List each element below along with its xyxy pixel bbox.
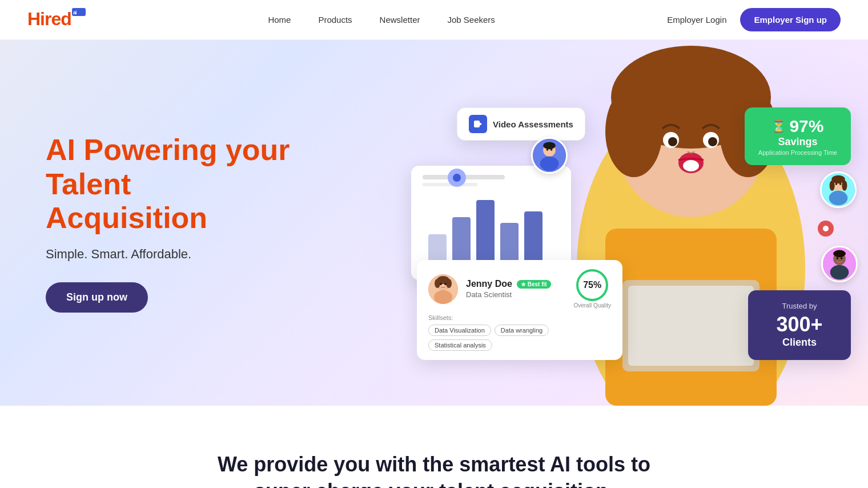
profile-avatar: [428, 274, 458, 304]
svg-point-27: [444, 283, 447, 285]
avatar-desk-lady: [820, 171, 857, 208]
signup-button[interactable]: Sign up now: [46, 282, 148, 313]
svg-text:Hired: Hired: [27, 9, 71, 29]
svg-point-16: [683, 160, 699, 171]
toggle-dot-inner: [453, 174, 461, 182]
video-assessments-label: Video Assessments: [493, 119, 573, 129]
svg-rect-17: [474, 121, 480, 127]
trusted-card: Trusted by 300+ Clients: [748, 290, 851, 360]
nav-newsletter[interactable]: Newsletter: [380, 15, 420, 25]
svg-point-41: [842, 181, 847, 191]
svg-point-46: [830, 265, 849, 279]
navbar: Hired ai Home Products Newsletter Job Se…: [0, 0, 868, 40]
svg-point-48: [833, 250, 846, 258]
trusted-label: Trusted by: [764, 302, 835, 310]
skill-tag-3: Statistical analysis: [428, 339, 492, 351]
nav-home[interactable]: Home: [268, 15, 291, 25]
svg-point-26: [440, 283, 442, 285]
profile-name: Jenny Doe ★ Best fit: [466, 279, 565, 289]
svg-point-14: [708, 137, 717, 146]
bar-chart: [423, 189, 548, 269]
svg-point-30: [540, 157, 559, 171]
svg-point-34: [550, 149, 553, 151]
hero-left-content: AI Powering your Talent Acquisition Simp…: [0, 99, 297, 347]
svg-point-6: [605, 86, 662, 177]
video-assessments-card: Video Assessments: [457, 107, 585, 141]
hero-heading-part1: AI Powering your: [46, 133, 290, 166]
profile-role: Data Scientist: [466, 290, 565, 299]
savings-sub: Application Processing Time: [758, 149, 837, 156]
logo-svg: Hired ai: [27, 6, 96, 30]
bottom-heading: We provide you with the smartest AI tool…: [206, 451, 662, 488]
svg-point-33: [546, 149, 549, 151]
svg-point-40: [830, 181, 835, 191]
employer-login-link[interactable]: Employer Login: [667, 15, 726, 25]
hero-subtext: Simple. Smart. Affordable.: [46, 247, 297, 262]
svg-marker-18: [480, 122, 482, 126]
quality-label: Overall Quality: [573, 302, 611, 309]
profile-quality: 75% Overall Quality: [573, 269, 611, 309]
svg-point-43: [839, 183, 842, 185]
chart-skeleton: [423, 175, 560, 186]
employer-signup-button[interactable]: Employer Sign up: [740, 8, 841, 31]
nav-products[interactable]: Products: [318, 15, 352, 25]
quality-circle: 75%: [576, 269, 608, 301]
profile-top: Jenny Doe ★ Best fit Data Scientist 75% …: [428, 269, 611, 309]
navbar-actions: Employer Login Employer Sign up: [667, 8, 841, 31]
trusted-count: 300+: [764, 313, 835, 337]
hero-heading-talent: Talent: [46, 167, 131, 201]
svg-point-37: [829, 191, 848, 205]
savings-label: Savings: [758, 136, 837, 148]
svg-text:ai: ai: [73, 10, 77, 15]
hourglass-icon: ⏳: [771, 119, 786, 133]
skillsets-label: Skillsets:: [428, 314, 611, 321]
best-fit-badge: ★ Best fit: [517, 280, 551, 289]
red-dot-inner: [823, 226, 829, 231]
svg-point-42: [835, 183, 838, 185]
svg-point-25: [446, 279, 452, 288]
savings-percent: ⏳ 97%: [758, 117, 837, 136]
profile-card: Jenny Doe ★ Best fit Data Scientist 75% …: [417, 260, 622, 360]
savings-card: ⏳ 97% Savings Application Processing Tim…: [745, 107, 851, 165]
svg-point-50: [841, 257, 843, 259]
logo[interactable]: Hired ai: [27, 6, 96, 34]
skill-tag-2: Data wrangling: [495, 325, 549, 336]
hero-section: AI Powering your Talent Acquisition Simp…: [0, 40, 868, 406]
avatar-man: [821, 246, 858, 282]
nav-job-seekers[interactable]: Job Seekers: [447, 15, 495, 25]
video-icon: [469, 115, 487, 133]
svg-point-49: [837, 257, 839, 259]
trusted-clients: Clients: [764, 337, 835, 349]
avatar-blue-shirt: [531, 137, 568, 174]
profile-info: Jenny Doe ★ Best fit Data Scientist: [466, 279, 565, 299]
skill-tag-1: Data Visualization: [428, 325, 491, 336]
red-dot: [818, 221, 834, 237]
logo-text: Hired ai: [27, 6, 96, 34]
hero-heading-acquisition: Acquisition: [46, 201, 207, 234]
svg-point-32: [543, 142, 556, 149]
bar-3: [476, 200, 495, 269]
svg-point-13: [668, 137, 677, 146]
skills-row: Data Visualization Data wrangling Statis…: [428, 325, 611, 351]
svg-rect-10: [628, 286, 754, 366]
toggle-dot: [448, 169, 466, 187]
nav-links: Home Products Newsletter Job Seekers: [268, 15, 495, 25]
bottom-section: We provide you with the smartest AI tool…: [0, 406, 868, 488]
svg-point-24: [435, 279, 440, 288]
svg-point-21: [434, 290, 452, 304]
hero-heading: AI Powering your Talent Acquisition: [46, 133, 297, 235]
